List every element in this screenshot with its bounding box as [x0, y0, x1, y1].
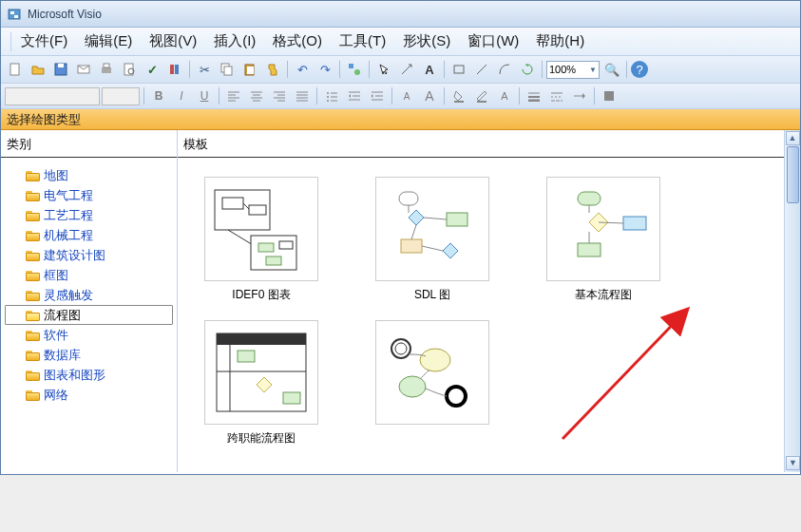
svg-rect-14 [224, 66, 232, 75]
paste-button[interactable] [239, 59, 260, 80]
folder-icon [26, 370, 40, 381]
menu-help[interactable]: 帮助(H) [536, 32, 584, 50]
category-item[interactable]: 框图 [5, 265, 173, 285]
email-button[interactable] [73, 59, 94, 80]
align-justify-button[interactable] [292, 86, 313, 105]
category-item[interactable]: 流程图 [5, 305, 173, 325]
category-item[interactable]: 建筑设计图 [5, 245, 173, 265]
menubar: 文件(F) 编辑(E) 视图(V) 插入(I) 格式(O) 工具(T) 形状(S… [1, 28, 800, 56]
zoom-dropdown[interactable]: 100%▼ [546, 61, 600, 79]
italic-button[interactable]: I [171, 86, 192, 105]
svg-rect-84 [238, 351, 255, 362]
category-item[interactable]: 工艺工程 [5, 205, 173, 225]
redo-button[interactable]: ↷ [315, 59, 335, 80]
category-item[interactable]: 机械工程 [5, 225, 173, 245]
category-item[interactable]: 电气工程 [5, 185, 173, 205]
print-preview-button[interactable] [119, 59, 140, 80]
shapes-button[interactable] [344, 59, 365, 80]
increase-indent-button[interactable] [367, 86, 388, 105]
category-header: 类别 [1, 130, 177, 158]
align-left-button[interactable] [223, 86, 244, 105]
svg-point-86 [391, 339, 410, 358]
folder-icon [26, 330, 40, 341]
menu-edit[interactable]: 编辑(E) [85, 32, 132, 50]
folder-icon [26, 310, 40, 321]
line-tool[interactable] [471, 59, 492, 80]
template-item[interactable]: IDEF0 图表 [195, 177, 328, 303]
template-item[interactable]: SDL 图 [366, 177, 499, 303]
bold-button[interactable]: B [148, 86, 169, 105]
menu-format[interactable]: 格式(O) [273, 32, 322, 50]
folder-icon [26, 210, 40, 221]
underline-button[interactable]: U [194, 86, 215, 105]
menu-shape[interactable]: 形状(S) [403, 32, 450, 50]
line-pattern-button[interactable] [546, 86, 567, 105]
category-label: 框图 [44, 267, 68, 284]
menu-tools[interactable]: 工具(T) [339, 32, 386, 50]
category-label: 工艺工程 [44, 207, 93, 224]
separator [316, 87, 317, 104]
arc-tool[interactable] [494, 59, 515, 80]
vertical-scrollbar[interactable]: ▲ ▼ [784, 130, 800, 472]
category-item[interactable]: 图表和图形 [5, 365, 173, 385]
scroll-up-button[interactable]: ▲ [786, 131, 800, 145]
spellcheck-button[interactable]: ✓ [142, 59, 162, 80]
align-center-button[interactable] [246, 86, 267, 105]
menu-view[interactable]: 视图(V) [149, 32, 197, 50]
template-thumbnail [375, 177, 489, 281]
svg-rect-64 [258, 243, 274, 252]
help-button[interactable]: ? [631, 61, 648, 78]
menu-insert[interactable]: 插入(I) [214, 32, 256, 50]
svg-point-88 [420, 349, 450, 371]
pointer-tool[interactable] [373, 59, 394, 80]
svg-point-37 [327, 92, 329, 94]
research-button[interactable] [164, 59, 185, 80]
increase-font-button[interactable]: A [419, 86, 440, 105]
undo-button[interactable]: ↶ [292, 59, 313, 80]
category-label: 地图 [44, 167, 68, 184]
rectangle-tool[interactable] [448, 59, 469, 80]
line-ends-button[interactable] [569, 86, 590, 105]
bullets-button[interactable] [321, 86, 342, 105]
separator [369, 61, 370, 78]
decrease-font-button[interactable]: A [396, 86, 417, 105]
menu-file[interactable]: 文件(F) [21, 32, 67, 50]
menu-window[interactable]: 窗口(W) [467, 32, 519, 50]
decrease-indent-button[interactable] [344, 86, 365, 105]
category-item[interactable]: 网络 [5, 385, 173, 405]
font-dropdown[interactable] [5, 87, 100, 105]
zoom-button[interactable]: 🔍 [601, 59, 622, 80]
cut-button[interactable]: ✂ [194, 59, 215, 80]
font-size-dropdown[interactable] [102, 87, 140, 105]
line-weight-button[interactable] [524, 86, 544, 105]
connector-tool[interactable] [396, 59, 417, 80]
align-right-button[interactable] [269, 86, 290, 105]
template-item[interactable]: 基本流程图 [537, 177, 670, 303]
scroll-thumb[interactable] [787, 146, 799, 203]
template-item[interactable]: 跨职能流程图 [195, 320, 328, 446]
line-color-button[interactable] [471, 86, 492, 105]
copy-button[interactable] [217, 59, 238, 80]
svg-rect-2 [14, 15, 18, 18]
format-shape-button[interactable] [599, 86, 620, 105]
format-painter-button[interactable] [262, 59, 283, 80]
svg-rect-58 [604, 91, 614, 101]
category-item[interactable]: 软件 [5, 325, 173, 345]
print-button[interactable] [96, 59, 117, 80]
font-color-button[interactable]: A [494, 86, 515, 105]
template-item[interactable] [366, 320, 499, 446]
text-tool[interactable]: A [419, 59, 440, 80]
scroll-down-button[interactable]: ▼ [786, 456, 800, 470]
separator [519, 87, 520, 104]
fill-color-button[interactable] [448, 86, 469, 105]
svg-rect-1 [10, 11, 14, 14]
category-item[interactable]: 数据库 [5, 345, 173, 365]
category-item[interactable]: 地图 [5, 165, 173, 185]
new-button[interactable] [5, 59, 26, 80]
folder-icon [26, 270, 40, 281]
save-button[interactable] [50, 59, 71, 80]
open-button[interactable] [28, 59, 48, 80]
template-label: SDL 图 [366, 287, 499, 303]
rotate-tool[interactable] [517, 59, 538, 80]
category-item[interactable]: 灵感触发 [5, 285, 173, 305]
